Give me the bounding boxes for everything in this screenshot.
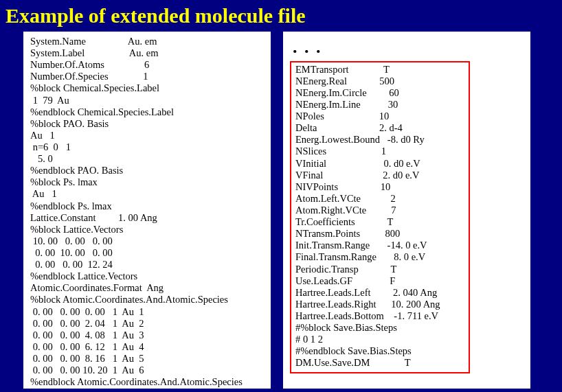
- code-line: #%block Save.Bias.Steps: [295, 322, 464, 334]
- code-line: Lattice.Constant 1. 00 Ang: [30, 212, 264, 224]
- code-line: Number.Of.Atoms 6: [30, 59, 264, 71]
- code-line: NSlices 1: [295, 146, 464, 157]
- right-code-panel: . . . EMTransport TNEnerg.Real 500NEnerg…: [283, 32, 530, 389]
- panels-container: System.Name Au. emSystem.Label Au. emNum…: [0, 30, 562, 392]
- code-line: DM.Use.Save.DM T: [295, 357, 464, 369]
- code-line: n=6 0 1: [30, 141, 264, 153]
- code-line: 0. 00 0. 00 4. 08 1 Au 3: [30, 330, 264, 341]
- code-line: NIVPoints 10: [295, 181, 464, 193]
- code-line: %endblock PAO. Basis: [30, 165, 264, 176]
- code-line: Atom.Right.VCte 7: [295, 205, 464, 216]
- code-line: 0. 00 0. 00 2. 04 1 Au 2: [30, 318, 264, 330]
- code-line: NEnerg.Im.Circle 60: [295, 87, 464, 99]
- code-line: 0. 00 0. 00 6. 12 1 Au 4: [30, 341, 264, 353]
- ellipsis-text: . . .: [290, 36, 524, 61]
- code-line: System.Label Au. em: [30, 47, 264, 59]
- code-line: 10. 00 0. 00 0. 00: [30, 235, 264, 247]
- code-line: NTransm.Points 800: [295, 228, 464, 240]
- code-line: %endblock Chemical.Species.Label: [30, 106, 264, 118]
- code-line: NPoles 10: [295, 111, 464, 122]
- code-line: Atom.Left.VCte 2: [295, 193, 464, 205]
- code-line: 0. 00 10. 00 0. 00: [30, 247, 264, 259]
- code-line: Final.Transm.Range 8. 0 e.V: [295, 251, 464, 263]
- code-line: # 0 1 2: [295, 334, 464, 345]
- code-line: %block PAO. Basis: [30, 118, 264, 130]
- code-line: %block Atomic.Coordinates.And.Atomic.Spe…: [30, 294, 264, 305]
- code-line: 0. 00 0. 00 12. 24: [30, 259, 264, 270]
- code-line: System.Name Au. em: [30, 36, 264, 47]
- code-line: Energ.Lowest.Bound -8. d0 Ry: [295, 134, 464, 146]
- code-line: Init.Transm.Range -14. 0 e.V: [295, 240, 464, 251]
- code-line: Use.Leads.GF F: [295, 275, 464, 287]
- code-line: Hartree.Leads.Bottom -1. 711 e.V: [295, 310, 464, 322]
- code-line: VInitial 0. d0 e.V: [295, 158, 464, 170]
- code-line: Delta 2. d-4: [295, 122, 464, 134]
- code-line: NEnerg.Im.Line 30: [295, 99, 464, 111]
- code-line: %block Lattice.Vectors: [30, 224, 264, 235]
- code-line: 0. 00 0. 00 8. 16 1 Au 5: [30, 353, 264, 365]
- code-line: %block Chemical.Species.Label: [30, 82, 264, 94]
- code-line: Tr.Coefficients T: [295, 216, 464, 228]
- code-line: #%endblock Save.Bias.Steps: [295, 345, 464, 357]
- left-code-panel: System.Name Au. emSystem.Label Au. emNum…: [23, 32, 271, 389]
- code-line: NEnerg.Real 500: [295, 76, 464, 87]
- code-line: %endblock Lattice.Vectors: [30, 270, 264, 282]
- code-line: VFinal 2. d0 e.V: [295, 170, 464, 181]
- code-line: Au 1: [30, 188, 264, 200]
- code-line: Number.Of.Species 1: [30, 71, 264, 82]
- code-line: 0. 00 0. 00 0. 00 1 Au 1: [30, 306, 264, 318]
- code-line: Hartree.Leads.Left 2. 040 Ang: [295, 287, 464, 299]
- code-line: %endblock Atomic.Coordinates.And.Atomic.…: [30, 376, 264, 388]
- code-line: Periodic.Transp T: [295, 264, 464, 275]
- code-line: %block Ps. lmax: [30, 176, 264, 188]
- code-line: 1 79 Au: [30, 95, 264, 106]
- code-line: Hartree.Leads.Right 10. 200 Ang: [295, 299, 464, 310]
- code-line: 5. 0: [30, 153, 264, 165]
- code-line: EMTransport T: [295, 64, 464, 76]
- highlighted-block: EMTransport TNEnerg.Real 500NEnerg.Im.Ci…: [290, 61, 470, 373]
- code-line: %endblock Ps. lmax: [30, 200, 264, 212]
- code-line: 0. 00 0. 00 10. 20 1 Au 6: [30, 365, 264, 376]
- slide-title: Example of extended molecule file: [0, 0, 562, 30]
- code-line: Au 1: [30, 130, 264, 141]
- code-line: Atomic.Coordinates.Format Ang: [30, 282, 264, 294]
